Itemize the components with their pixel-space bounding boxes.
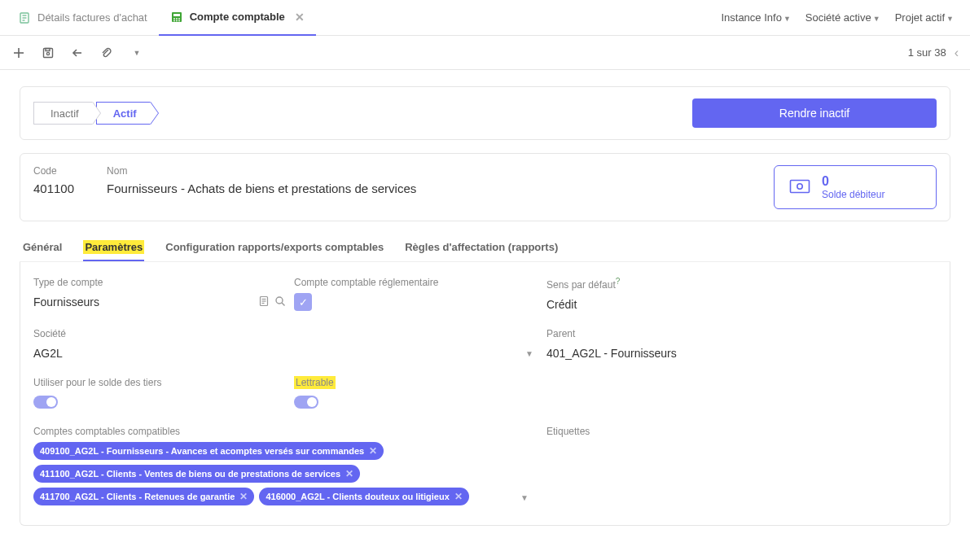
chip[interactable]: 411700_AG2L - Clients - Retenues de gara… <box>33 488 254 505</box>
svg-point-24 <box>276 297 283 304</box>
svg-point-10 <box>176 20 178 21</box>
reg-account-field: Compte comptable réglementaire ✓ <box>294 277 538 311</box>
pager-text: 1 sur 38 <box>908 46 946 59</box>
svg-point-6 <box>173 18 175 20</box>
menu-company[interactable]: Société active▼ <box>805 11 880 24</box>
chevron-down-icon[interactable]: ▼ <box>525 349 533 358</box>
svg-line-25 <box>282 303 285 306</box>
subtab-params[interactable]: Paramètres <box>83 234 144 261</box>
top-tabs-bar: Détails factures d'achat Compte comptabl… <box>0 0 970 36</box>
svg-point-8 <box>178 18 180 20</box>
chevron-down-icon: ▼ <box>783 15 791 23</box>
name-value: Fournisseurs - Achats de biens et presta… <box>107 182 416 195</box>
company-value: AG2L <box>33 347 520 360</box>
search-icon[interactable] <box>274 295 286 309</box>
remove-chip-icon[interactable]: ✕ <box>454 491 463 502</box>
document-icon <box>18 11 31 24</box>
third-balance-field: Utiliser pour le solde des tiers <box>33 377 286 411</box>
subtab-config[interactable]: Configuration rapports/exports comptable… <box>165 234 384 261</box>
close-icon[interactable]: ✕ <box>295 11 305 24</box>
svg-point-9 <box>173 20 175 21</box>
make-inactive-button[interactable]: Rendre inactif <box>692 98 937 128</box>
toolbar: ▼ 1 sur 38 ‹ <box>0 36 970 70</box>
account-type-value: Fournisseurs <box>33 295 253 308</box>
subtab-general[interactable]: Général <box>23 234 62 261</box>
top-menu: Instance Info▼ Société active▼ Projet ac… <box>721 11 963 24</box>
letterable-field: Lettrable <box>294 377 538 411</box>
subtab-rules[interactable]: Règles d'affectation (rapports) <box>405 234 558 261</box>
tab-label: Détails factures d'achat <box>37 11 147 24</box>
banknote-icon <box>789 179 810 196</box>
tags-field: Etiquettes <box>546 426 937 437</box>
account-type-field: Type de compte Fournisseurs <box>33 277 286 311</box>
chip[interactable]: 416000_AG2L - Clients douteux ou litigie… <box>259 488 468 505</box>
status-card: Inactif Actif Rendre inactif <box>20 86 950 140</box>
third-balance-toggle[interactable] <box>33 396 58 409</box>
default-dir-field: Sens par défaut? Crédit <box>546 277 937 313</box>
svg-point-15 <box>46 52 49 55</box>
balance-value: 0 <box>822 174 884 189</box>
compatible-accounts-field: Comptes comptables compatibles 409100_AG… <box>33 426 538 505</box>
header-card: Code 401100 Nom Fournisseurs - Achats de… <box>20 153 950 221</box>
chevron-down-icon: ▼ <box>873 15 880 23</box>
status-active[interactable]: Actif <box>96 102 151 125</box>
letterable-toggle[interactable] <box>294 396 318 409</box>
chip[interactable]: 411100_AG2L - Clients - Ventes de biens … <box>33 465 360 483</box>
name-label: Nom <box>107 165 416 177</box>
more-icon[interactable]: ▼ <box>129 46 143 60</box>
company-field: Société AG2L ▼ <box>33 328 538 362</box>
svg-point-11 <box>178 20 180 21</box>
subtabs: Général Paramètres Configuration rapport… <box>20 234 950 262</box>
add-icon[interactable] <box>11 46 26 60</box>
back-icon[interactable] <box>70 46 85 60</box>
code-field: Code 401100 <box>33 165 74 195</box>
document-icon[interactable] <box>258 295 270 309</box>
svg-rect-16 <box>46 48 50 50</box>
pager: 1 sur 38 ‹ <box>908 46 959 60</box>
svg-rect-5 <box>173 14 180 16</box>
save-icon[interactable] <box>41 46 55 60</box>
pager-prev-icon[interactable]: ‹ <box>955 46 959 60</box>
compatible-chips[interactable]: 409100_AG2L - Fournisseurs - Avances et … <box>33 442 514 505</box>
svg-point-19 <box>797 183 802 188</box>
tab-account[interactable]: Compte comptable ✕ <box>159 0 316 36</box>
menu-instance[interactable]: Instance Info▼ <box>721 11 790 24</box>
svg-rect-18 <box>791 180 810 192</box>
tab-invoice-details[interactable]: Détails factures d'achat <box>7 0 159 36</box>
remove-chip-icon[interactable]: ✕ <box>345 468 353 479</box>
parent-value: 401_AG2L - Fournisseurs <box>546 347 677 360</box>
menu-project[interactable]: Projet actif▼ <box>895 11 954 24</box>
calculator-icon <box>170 11 183 24</box>
balance-label: Solde débiteur <box>822 189 884 200</box>
chevron-down-icon: ▼ <box>946 15 954 23</box>
code-label: Code <box>33 165 74 177</box>
attachment-icon[interactable] <box>99 46 114 60</box>
chevron-down-icon[interactable]: ▼ <box>520 493 529 502</box>
svg-point-7 <box>176 18 178 20</box>
parent-field: Parent 401_AG2L - Fournisseurs <box>546 328 937 362</box>
help-icon[interactable]: ? <box>616 277 621 286</box>
balance-box[interactable]: 0 Solde débiteur <box>774 165 937 209</box>
code-value: 401100 <box>33 182 74 195</box>
status-steps: Inactif Actif <box>33 102 151 125</box>
chip[interactable]: 409100_AG2L - Fournisseurs - Avances et … <box>33 442 384 460</box>
remove-chip-icon[interactable]: ✕ <box>369 445 377 457</box>
name-field: Nom Fournisseurs - Achats de biens et pr… <box>107 165 416 195</box>
status-inactive[interactable]: Inactif <box>33 102 93 125</box>
reg-account-checkbox[interactable]: ✓ <box>294 293 312 311</box>
tab-label: Compte comptable <box>190 11 285 23</box>
remove-chip-icon[interactable]: ✕ <box>239 491 248 502</box>
default-dir-value: Crédit <box>546 298 577 311</box>
params-panel: Type de compte Fournisseurs Compte compt… <box>20 262 950 526</box>
